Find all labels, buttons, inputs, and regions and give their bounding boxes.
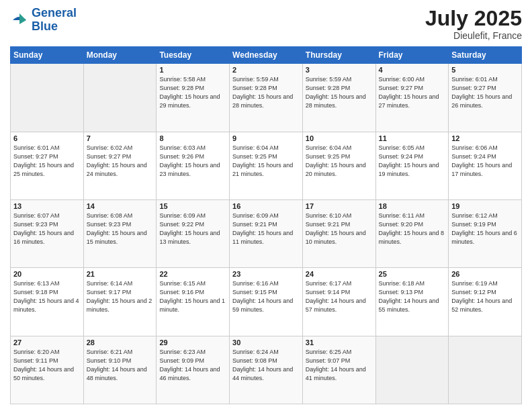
title-block: July 2025 Dieulefit, France (425, 7, 522, 41)
calendar-cell (449, 336, 522, 404)
day-info: Sunrise: 5:59 AM Sunset: 9:28 PM Dayligh… (306, 75, 373, 110)
day-number: 20 (13, 270, 81, 278)
col-monday: Monday (83, 47, 157, 64)
day-info: Sunrise: 6:25 AM Sunset: 9:07 PM Dayligh… (306, 348, 373, 383)
day-info: Sunrise: 6:15 AM Sunset: 9:16 PM Dayligh… (159, 279, 226, 314)
calendar-cell: 11Sunrise: 6:05 AM Sunset: 9:24 PM Dayli… (375, 132, 449, 199)
calendar-cell: 20Sunrise: 6:13 AM Sunset: 9:18 PM Dayli… (11, 268, 84, 336)
calendar-cell: 25Sunrise: 6:18 AM Sunset: 9:13 PM Dayli… (375, 268, 449, 336)
day-number: 10 (306, 134, 373, 142)
col-saturday: Saturday (449, 47, 522, 64)
day-number: 21 (87, 270, 154, 278)
calendar-cell: 6Sunrise: 6:01 AM Sunset: 9:27 PM Daylig… (11, 132, 84, 199)
day-number: 6 (13, 134, 81, 142)
day-info: Sunrise: 6:10 AM Sunset: 9:21 PM Dayligh… (306, 212, 373, 246)
calendar-cell: 27Sunrise: 6:20 AM Sunset: 9:11 PM Dayli… (11, 336, 84, 404)
calendar-cell: 8Sunrise: 6:03 AM Sunset: 9:26 PM Daylig… (157, 132, 230, 199)
calendar-cell: 14Sunrise: 6:08 AM Sunset: 9:23 PM Dayli… (83, 199, 157, 267)
day-info: Sunrise: 6:24 AM Sunset: 9:08 PM Dayligh… (232, 348, 300, 383)
col-sunday: Sunday (11, 47, 84, 64)
calendar-cell: 19Sunrise: 6:12 AM Sunset: 9:19 PM Dayli… (449, 199, 522, 267)
day-info: Sunrise: 6:16 AM Sunset: 9:15 PM Dayligh… (232, 279, 300, 314)
calendar-cell: 4Sunrise: 6:00 AM Sunset: 9:27 PM Daylig… (375, 64, 449, 132)
header: General Blue July 2025 Dieulefit, France (10, 7, 522, 41)
day-info: Sunrise: 6:13 AM Sunset: 9:18 PM Dayligh… (13, 279, 81, 314)
day-info: Sunrise: 6:07 AM Sunset: 9:23 PM Dayligh… (13, 212, 81, 246)
day-number: 26 (451, 270, 519, 278)
logo-text: General Blue (32, 7, 77, 34)
day-number: 4 (379, 66, 446, 74)
day-number: 3 (306, 66, 373, 74)
day-number: 29 (159, 338, 226, 347)
calendar-cell: 22Sunrise: 6:15 AM Sunset: 9:16 PM Dayli… (157, 268, 230, 336)
day-info: Sunrise: 5:59 AM Sunset: 9:28 PM Dayligh… (232, 75, 300, 110)
calendar-cell: 16Sunrise: 6:09 AM Sunset: 9:21 PM Dayli… (230, 199, 303, 267)
calendar-cell: 3Sunrise: 5:59 AM Sunset: 9:28 PM Daylig… (302, 64, 375, 132)
day-info: Sunrise: 6:11 AM Sunset: 9:20 PM Dayligh… (379, 212, 446, 246)
day-number: 14 (87, 202, 154, 210)
day-info: Sunrise: 6:23 AM Sunset: 9:09 PM Dayligh… (159, 348, 226, 383)
day-info: Sunrise: 6:12 AM Sunset: 9:19 PM Dayligh… (451, 212, 519, 246)
calendar-cell (83, 64, 157, 132)
calendar-week-4: 20Sunrise: 6:13 AM Sunset: 9:18 PM Dayli… (11, 268, 522, 336)
calendar-cell: 9Sunrise: 6:04 AM Sunset: 9:25 PM Daylig… (230, 132, 303, 199)
logo: General Blue (10, 7, 77, 34)
day-number: 11 (379, 134, 446, 142)
day-info: Sunrise: 6:17 AM Sunset: 9:14 PM Dayligh… (306, 279, 373, 314)
calendar-cell: 2Sunrise: 5:59 AM Sunset: 9:28 PM Daylig… (230, 64, 303, 132)
calendar-cell: 31Sunrise: 6:25 AM Sunset: 9:07 PM Dayli… (302, 336, 375, 404)
day-number: 9 (232, 134, 300, 142)
calendar-cell: 10Sunrise: 6:04 AM Sunset: 9:25 PM Dayli… (302, 132, 375, 199)
calendar-cell (11, 64, 84, 132)
calendar-cell: 17Sunrise: 6:10 AM Sunset: 9:21 PM Dayli… (302, 199, 375, 267)
day-info: Sunrise: 6:19 AM Sunset: 9:12 PM Dayligh… (451, 279, 519, 314)
calendar-cell: 21Sunrise: 6:14 AM Sunset: 9:17 PM Dayli… (83, 268, 157, 336)
day-info: Sunrise: 6:04 AM Sunset: 9:25 PM Dayligh… (232, 144, 300, 179)
calendar-cell: 30Sunrise: 6:24 AM Sunset: 9:08 PM Dayli… (230, 336, 303, 404)
calendar-week-1: 1Sunrise: 5:58 AM Sunset: 9:28 PM Daylig… (11, 64, 522, 132)
logo-line1: General (32, 6, 77, 19)
day-number: 22 (159, 270, 226, 278)
calendar-cell: 15Sunrise: 6:09 AM Sunset: 9:22 PM Dayli… (157, 199, 230, 267)
day-info: Sunrise: 6:21 AM Sunset: 9:10 PM Dayligh… (87, 348, 154, 383)
day-info: Sunrise: 6:18 AM Sunset: 9:13 PM Dayligh… (379, 279, 446, 314)
day-info: Sunrise: 5:58 AM Sunset: 9:28 PM Dayligh… (159, 75, 226, 110)
day-info: Sunrise: 6:09 AM Sunset: 9:21 PM Dayligh… (232, 212, 300, 246)
day-number: 1 (159, 66, 226, 74)
day-info: Sunrise: 6:05 AM Sunset: 9:24 PM Dayligh… (379, 144, 446, 179)
day-number: 5 (451, 66, 519, 74)
day-info: Sunrise: 6:06 AM Sunset: 9:24 PM Dayligh… (451, 144, 519, 179)
calendar-cell: 5Sunrise: 6:01 AM Sunset: 9:27 PM Daylig… (449, 64, 522, 132)
title-location: Dieulefit, France (425, 30, 522, 41)
day-number: 16 (232, 202, 300, 210)
day-info: Sunrise: 6:09 AM Sunset: 9:22 PM Dayligh… (159, 212, 226, 246)
calendar-cell: 7Sunrise: 6:02 AM Sunset: 9:27 PM Daylig… (83, 132, 157, 199)
logo-icon (10, 11, 29, 30)
col-tuesday: Tuesday (157, 47, 230, 64)
day-number: 24 (306, 270, 373, 278)
day-info: Sunrise: 6:01 AM Sunset: 9:27 PM Dayligh… (451, 75, 519, 110)
col-wednesday: Wednesday (230, 47, 303, 64)
day-number: 23 (232, 270, 300, 278)
col-friday: Friday (375, 47, 449, 64)
day-info: Sunrise: 6:08 AM Sunset: 9:23 PM Dayligh… (87, 212, 154, 246)
day-info: Sunrise: 6:00 AM Sunset: 9:27 PM Dayligh… (379, 75, 446, 110)
day-number: 30 (232, 338, 300, 347)
calendar-cell: 1Sunrise: 5:58 AM Sunset: 9:28 PM Daylig… (157, 64, 230, 132)
col-thursday: Thursday (302, 47, 375, 64)
calendar-header-row: Sunday Monday Tuesday Wednesday Thursday… (11, 47, 522, 64)
day-info: Sunrise: 6:20 AM Sunset: 9:11 PM Dayligh… (13, 348, 81, 383)
calendar-cell: 24Sunrise: 6:17 AM Sunset: 9:14 PM Dayli… (302, 268, 375, 336)
calendar: Sunday Monday Tuesday Wednesday Thursday… (10, 46, 522, 404)
day-number: 7 (87, 134, 154, 142)
day-info: Sunrise: 6:02 AM Sunset: 9:27 PM Dayligh… (87, 144, 154, 179)
calendar-week-3: 13Sunrise: 6:07 AM Sunset: 9:23 PM Dayli… (11, 199, 522, 267)
day-number: 28 (87, 338, 154, 347)
page: General Blue July 2025 Dieulefit, France… (0, 0, 532, 411)
day-number: 17 (306, 202, 373, 210)
day-number: 18 (379, 202, 446, 210)
day-info: Sunrise: 6:03 AM Sunset: 9:26 PM Dayligh… (159, 144, 226, 179)
day-number: 13 (13, 202, 81, 210)
day-info: Sunrise: 6:01 AM Sunset: 9:27 PM Dayligh… (13, 144, 81, 179)
day-info: Sunrise: 6:04 AM Sunset: 9:25 PM Dayligh… (306, 144, 373, 179)
